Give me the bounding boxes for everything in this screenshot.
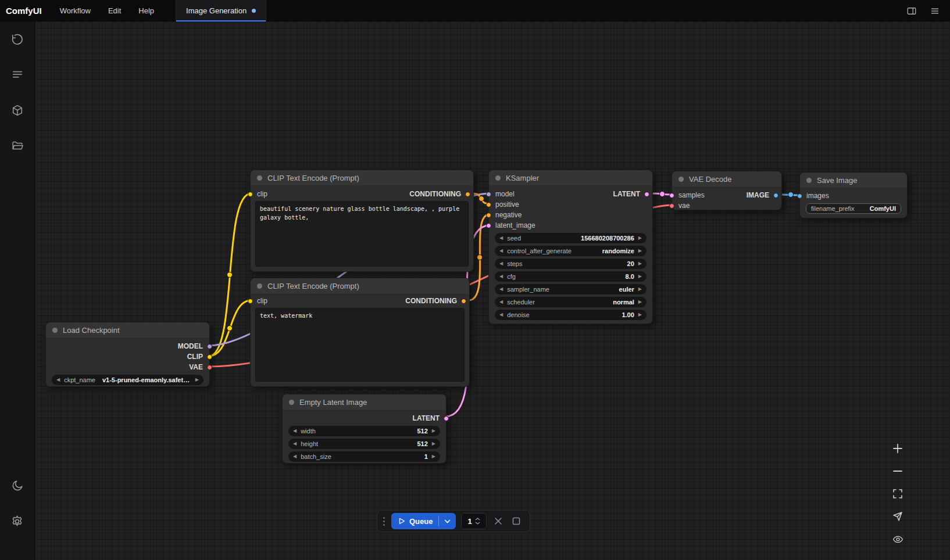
theme-moon-icon[interactable] (8, 476, 27, 496)
count-decrement-icon[interactable] (475, 522, 480, 525)
widget-control-after-generate[interactable]: ◀ control_after_generate randomize ▶ (495, 246, 647, 256)
node-canvas[interactable]: Load Checkpoint MODEL CLIP VAE ◀ ckpt_na… (35, 21, 950, 560)
output-port-conditioning[interactable] (465, 192, 470, 197)
input-port-vae[interactable] (669, 203, 674, 209)
widget-width[interactable]: ◀ width 512 ▶ (288, 426, 440, 436)
next-value-arrow-icon[interactable]: ▶ (638, 249, 642, 253)
node-clip-text-encode-negative[interactable]: CLIP Text Encode (Prompt) clip CONDITION… (250, 278, 470, 387)
node-header[interactable]: VAE Decode (672, 171, 781, 186)
input-port-images[interactable] (797, 193, 802, 199)
menu-workflow[interactable]: Workflow (51, 0, 99, 21)
input-port-latent-image[interactable] (486, 223, 491, 228)
next-value-arrow-icon[interactable]: ▶ (638, 300, 642, 304)
prev-value-arrow-icon[interactable]: ◀ (56, 378, 60, 382)
node-save-image[interactable]: Save Image images filename_prefix ComfyU… (799, 172, 908, 218)
count-increment-icon[interactable] (475, 518, 480, 520)
collapse-dot[interactable] (289, 400, 294, 405)
node-empty-latent-image[interactable]: Empty Latent Image LATENT ◀ width 512 ▶ … (282, 394, 447, 464)
decrement-arrow-icon[interactable]: ◀ (293, 429, 297, 433)
panel-toggle-icon[interactable] (906, 5, 917, 17)
output-port-conditioning[interactable] (461, 299, 466, 304)
prev-value-arrow-icon[interactable]: ◀ (499, 287, 503, 292)
increment-arrow-icon[interactable]: ▶ (638, 313, 642, 317)
widget-sampler-name[interactable]: ◀ sampler_name euler ▶ (495, 284, 647, 295)
collapse-dot[interactable] (495, 175, 501, 181)
drag-handle[interactable] (382, 517, 386, 526)
toggle-visibility-eye-icon[interactable] (891, 532, 905, 546)
node-header[interactable]: CLIP Text Encode (Prompt) (251, 278, 469, 293)
decrement-arrow-icon[interactable]: ◀ (293, 441, 297, 446)
widget-ckpt-name[interactable]: ◀ ckpt_name v1-5-pruned-emaonly.safete..… (52, 375, 203, 385)
next-value-arrow-icon[interactable]: ▶ (195, 378, 199, 382)
collapse-dot[interactable] (52, 328, 58, 333)
collapse-dot[interactable] (257, 175, 262, 181)
collapse-dot[interactable] (678, 177, 684, 182)
input-port-clip[interactable] (248, 192, 253, 197)
decrement-arrow-icon[interactable]: ◀ (499, 261, 503, 266)
node-header[interactable]: Load Checkpoint (46, 322, 209, 338)
node-header[interactable]: Empty Latent Image (283, 394, 446, 410)
output-port-vae[interactable] (207, 365, 212, 370)
input-port-model[interactable] (486, 192, 491, 197)
widget-scheduler[interactable]: ◀ scheduler normal ▶ (495, 297, 647, 307)
widget-steps[interactable]: ◀ steps 20 ▶ (495, 259, 647, 269)
decrement-arrow-icon[interactable]: ◀ (499, 313, 503, 317)
widget-seed[interactable]: ◀ seed 156680208700286 ▶ (495, 233, 647, 243)
queue-options-chevron-icon[interactable] (439, 519, 456, 523)
decrement-arrow-icon[interactable]: ◀ (293, 454, 297, 459)
output-port-latent[interactable] (644, 192, 649, 197)
output-port-model[interactable] (207, 344, 212, 349)
queue-button[interactable]: Queue (391, 513, 456, 529)
decrement-arrow-icon[interactable]: ◀ (499, 274, 503, 279)
hamburger-menu-icon[interactable] (929, 5, 941, 17)
widget-denoise[interactable]: ◀ denoise 1.00 ▶ (495, 310, 647, 320)
collapse-dot[interactable] (257, 283, 262, 289)
batch-count-input[interactable]: 1 (461, 513, 487, 529)
stop-square-icon[interactable] (510, 515, 523, 527)
increment-arrow-icon[interactable]: ▶ (432, 454, 435, 459)
output-port-latent[interactable] (444, 416, 449, 421)
increment-arrow-icon[interactable]: ▶ (638, 274, 642, 279)
tab-image-generation[interactable]: Image Generation (176, 0, 266, 21)
widget-height[interactable]: ◀ height 512 ▶ (288, 439, 440, 449)
increment-arrow-icon[interactable]: ▶ (638, 236, 642, 240)
input-port-negative[interactable] (486, 213, 491, 218)
negative-prompt-textarea[interactable]: text, watermark (255, 308, 465, 382)
input-port-clip[interactable] (248, 299, 253, 304)
node-clip-text-encode-positive[interactable]: CLIP Text Encode (Prompt) clip CONDITION… (250, 170, 474, 272)
prev-value-arrow-icon[interactable]: ◀ (499, 300, 503, 304)
collapse-dot[interactable] (806, 178, 812, 183)
node-vae-decode[interactable]: VAE Decode samples IMAGE vae (672, 171, 782, 210)
workflows-folder-icon[interactable] (8, 136, 27, 156)
node-load-checkpoint[interactable]: Load Checkpoint MODEL CLIP VAE ◀ ckpt_na… (45, 322, 210, 387)
increment-arrow-icon[interactable]: ▶ (638, 261, 642, 266)
next-value-arrow-icon[interactable]: ▶ (638, 287, 642, 292)
input-port-positive[interactable] (486, 202, 491, 207)
increment-arrow-icon[interactable]: ▶ (432, 441, 435, 446)
navigate-cursor-icon[interactable] (891, 509, 905, 523)
history-icon[interactable] (8, 30, 27, 49)
input-port-samples[interactable] (669, 193, 674, 198)
increment-arrow-icon[interactable]: ▶ (432, 429, 435, 433)
node-library-icon[interactable] (8, 100, 27, 120)
positive-prompt-textarea[interactable]: beautiful scenery nature glass bottle la… (255, 201, 469, 267)
node-header[interactable]: Save Image (800, 173, 907, 188)
queue-list-icon[interactable] (8, 65, 27, 85)
menu-help[interactable]: Help (130, 0, 163, 21)
prev-value-arrow-icon[interactable]: ◀ (499, 249, 503, 253)
zoom-out-icon[interactable] (891, 464, 905, 478)
decrement-arrow-icon[interactable]: ◀ (499, 236, 503, 240)
fit-view-icon[interactable] (891, 487, 905, 501)
widget-batch-size[interactable]: ◀ batch_size 1 ▶ (288, 451, 440, 462)
node-header[interactable]: KSampler (489, 170, 652, 185)
zoom-in-icon[interactable] (891, 441, 905, 455)
widget-cfg[interactable]: ◀ cfg 8.0 ▶ (495, 271, 647, 282)
node-ksampler[interactable]: KSampler model LATENT positive negative … (488, 170, 653, 324)
output-port-clip[interactable] (207, 354, 212, 360)
settings-gear-icon[interactable] (8, 511, 27, 531)
output-port-image[interactable] (773, 193, 778, 198)
menu-edit[interactable]: Edit (99, 0, 130, 21)
clear-queue-x-icon[interactable] (492, 515, 505, 527)
widget-filename-prefix[interactable]: filename_prefix ComfyUI (806, 203, 901, 214)
node-header[interactable]: CLIP Text Encode (Prompt) (251, 170, 473, 185)
